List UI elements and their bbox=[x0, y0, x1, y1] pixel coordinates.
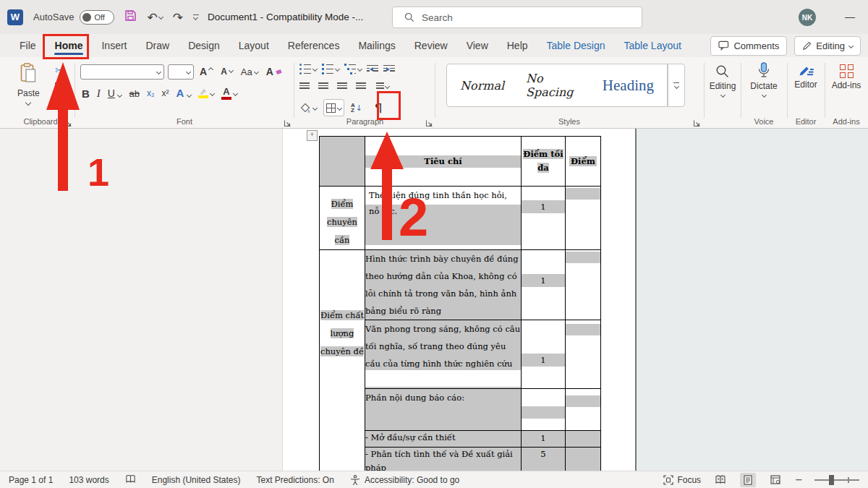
score-cell[interactable] bbox=[566, 431, 601, 448]
shrink-font-button[interactable]: A bbox=[218, 64, 235, 80]
accessibility-status[interactable]: Accessibility: Good to go bbox=[350, 475, 459, 485]
score-cell[interactable] bbox=[566, 448, 601, 471]
font-dialog-launcher[interactable] bbox=[284, 117, 292, 125]
decrease-indent-button[interactable] bbox=[367, 65, 378, 73]
autosave-control[interactable]: AutoSave Off bbox=[33, 10, 114, 25]
criteria-cell[interactable]: Văn phong trong sáng, không có câu tối n… bbox=[365, 320, 522, 389]
grow-font-button[interactable]: A bbox=[197, 64, 215, 80]
align-right-button[interactable] bbox=[337, 82, 347, 90]
save-icon[interactable] bbox=[124, 9, 137, 25]
proofing-icon[interactable] bbox=[125, 474, 136, 486]
numbering-button[interactable] bbox=[322, 64, 339, 74]
align-left-button[interactable] bbox=[299, 82, 310, 90]
header-max-cell[interactable]: Điểm tối đa bbox=[522, 137, 566, 187]
language-indicator[interactable]: English (United States) bbox=[152, 475, 241, 485]
bullets-button[interactable] bbox=[299, 64, 317, 74]
tab-insert[interactable]: Insert bbox=[92, 34, 136, 57]
score-cell[interactable] bbox=[566, 389, 601, 431]
word-count[interactable]: 103 words bbox=[69, 475, 109, 485]
editing-button[interactable]: Editing bbox=[706, 57, 739, 97]
shading-button[interactable] bbox=[299, 103, 317, 114]
quick-access-overflow-button[interactable] bbox=[193, 14, 199, 20]
criteria-cell[interactable]: Hình thức trình bày chuyên đề đúng theo … bbox=[365, 250, 522, 320]
line-spacing-button[interactable] bbox=[375, 82, 389, 90]
tab-review[interactable]: Review bbox=[405, 34, 457, 57]
zoom-thumb[interactable] bbox=[829, 475, 834, 485]
read-mode-button[interactable] bbox=[712, 473, 728, 487]
max-cell[interactable]: 1 bbox=[522, 187, 566, 250]
sort-button[interactable]: AZ ↓ bbox=[351, 103, 362, 114]
group-cell[interactable]: Điểm chất lượng chuyên đề bbox=[320, 250, 365, 471]
redo-button[interactable]: ↷ bbox=[173, 10, 183, 25]
bold-button[interactable]: B bbox=[82, 87, 90, 100]
text-effects-button[interactable]: A bbox=[176, 87, 191, 100]
group-cell[interactable]: Điểm chuyên cần bbox=[320, 187, 365, 250]
tab-references[interactable]: References bbox=[278, 34, 349, 57]
strikethrough-button[interactable]: ab bbox=[129, 88, 139, 99]
focus-button[interactable]: Focus bbox=[663, 475, 701, 485]
styles-more-button[interactable] bbox=[668, 64, 685, 107]
tab-design[interactable]: Design bbox=[179, 34, 229, 57]
tab-table-design[interactable]: Table Design bbox=[537, 34, 615, 57]
addins-button[interactable]: Add-ins bbox=[826, 57, 867, 90]
style-no-spacing[interactable]: No Spacing bbox=[526, 72, 581, 99]
search-input[interactable]: Search bbox=[392, 7, 642, 28]
criteria-cell[interactable]: - Phân tích tình thế và Đề xuất giải phá… bbox=[365, 448, 522, 471]
max-cell[interactable] bbox=[522, 389, 566, 431]
minimize-button[interactable]: — bbox=[839, 6, 861, 27]
change-case-button[interactable]: Aa bbox=[239, 64, 260, 80]
justify-button[interactable] bbox=[356, 82, 366, 90]
max-cell[interactable]: 1 bbox=[522, 320, 566, 389]
font-size-combo[interactable] bbox=[168, 64, 194, 80]
header-corner-cell[interactable] bbox=[320, 137, 365, 187]
subscript-button[interactable]: x₂ bbox=[147, 88, 155, 98]
tab-file[interactable]: File bbox=[10, 34, 46, 57]
autosave-toggle[interactable]: Off bbox=[80, 10, 114, 25]
editing-mode-button[interactable]: Editing bbox=[794, 36, 861, 56]
italic-button[interactable]: I bbox=[97, 87, 101, 100]
text-predictions[interactable]: Text Predictions: On bbox=[257, 475, 334, 485]
max-cell[interactable]: 5 bbox=[522, 448, 566, 471]
tab-view[interactable]: View bbox=[457, 34, 498, 57]
font-name-combo[interactable] bbox=[80, 64, 164, 80]
undo-button[interactable]: ↶ bbox=[147, 10, 162, 25]
paragraph-dialog-launcher[interactable] bbox=[425, 117, 433, 125]
score-cell[interactable] bbox=[566, 320, 601, 389]
tab-draw[interactable]: Draw bbox=[136, 34, 179, 57]
tab-layout[interactable]: Layout bbox=[229, 34, 278, 57]
page-indicator[interactable]: Page 1 of 1 bbox=[9, 475, 53, 485]
zoom-slider[interactable] bbox=[814, 474, 859, 486]
max-cell[interactable]: 1 bbox=[522, 250, 566, 320]
superscript-button[interactable]: x² bbox=[162, 88, 169, 98]
criteria-cell[interactable]: Phần nội dung báo cáo: bbox=[365, 389, 522, 431]
clear-formatting-button[interactable]: A bbox=[264, 64, 284, 80]
tab-table-layout[interactable]: Table Layout bbox=[614, 34, 690, 57]
account-avatar[interactable]: NK bbox=[799, 9, 816, 26]
style-normal[interactable]: Normal bbox=[460, 79, 504, 93]
styles-dialog-launcher[interactable] bbox=[693, 117, 701, 125]
comments-button[interactable]: Comments bbox=[710, 36, 787, 56]
zoom-out-button[interactable]: − bbox=[795, 474, 803, 485]
header-score-cell[interactable]: Điểm bbox=[566, 137, 601, 187]
font-color-button[interactable]: A bbox=[221, 87, 237, 100]
underline-button[interactable]: U bbox=[108, 87, 122, 100]
print-layout-button[interactable] bbox=[740, 473, 756, 487]
increase-indent-button[interactable] bbox=[383, 65, 395, 73]
borders-button[interactable] bbox=[323, 99, 344, 116]
document-page[interactable]: + Tiêu chí Điểm tối đa Điểm bbox=[282, 129, 636, 471]
highlight-color-button[interactable] bbox=[198, 89, 214, 98]
multilevel-list-button[interactable] bbox=[344, 64, 362, 74]
tab-help[interactable]: Help bbox=[498, 34, 537, 57]
criteria-cell[interactable]: - Mở đầu/sự cần thiết bbox=[365, 431, 522, 448]
table-move-handle[interactable]: + bbox=[307, 130, 318, 141]
align-center-button[interactable] bbox=[318, 82, 328, 90]
score-cell[interactable] bbox=[566, 250, 601, 320]
score-cell[interactable] bbox=[566, 187, 601, 250]
dictate-button[interactable]: Dictate bbox=[742, 57, 786, 97]
style-heading[interactable]: Heading bbox=[603, 77, 654, 95]
tab-mailings[interactable]: Mailings bbox=[349, 34, 404, 57]
web-layout-button[interactable] bbox=[767, 473, 783, 487]
paste-button[interactable]: Paste bbox=[17, 63, 40, 105]
editor-button[interactable]: Editor bbox=[788, 57, 823, 90]
max-cell[interactable]: 1 bbox=[522, 431, 566, 448]
